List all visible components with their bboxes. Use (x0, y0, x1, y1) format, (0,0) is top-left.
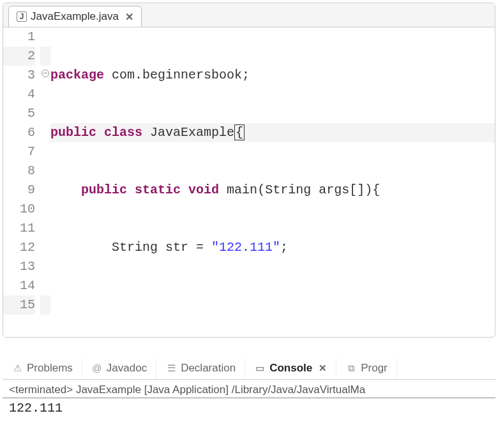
console-icon: ▭ (254, 362, 266, 374)
editor-pane: J JavaExample.java ✕ 1 2 3 4 5 6 7 8 9 1… (3, 3, 495, 338)
line-number: 4 (3, 85, 35, 104)
line-number: 13 (3, 257, 35, 276)
line-number: 5 (3, 104, 35, 123)
javadoc-icon: @ (91, 362, 103, 374)
line-number-gutter: 1 2 3 4 5 6 7 8 9 10 11 12 13 14 15 (3, 27, 40, 338)
tab-problems[interactable]: ⚠ Problems (3, 358, 82, 378)
console-status: <terminated> JavaExample [Java Applicati… (3, 380, 495, 398)
tab-filename: JavaExample.java (31, 10, 119, 23)
line-number: 10 (3, 200, 35, 219)
code-content[interactable]: package com.beginnersbook; public class … (50, 27, 495, 338)
code-line (50, 295, 495, 315)
line-number: 15 (3, 295, 35, 315)
console-output[interactable]: 122.111 (3, 398, 495, 418)
editor-tab-bar: J JavaExample.java ✕ (3, 3, 495, 27)
tab-declaration[interactable]: ☰ Declaration (156, 358, 245, 378)
line-number: 1 (3, 27, 35, 47)
tab-javadoc[interactable]: @ Javadoc (82, 358, 156, 378)
java-file-icon: J (17, 11, 27, 22)
code-line: package com.beginnersbook; (50, 66, 495, 85)
code-line: public static void main(String args[]){ (50, 181, 495, 200)
editor-tab[interactable]: J JavaExample.java ✕ (8, 6, 142, 27)
line-number: 3 (3, 66, 35, 85)
code-line: public class JavaExample{ (50, 123, 495, 142)
line-number: 12 (3, 238, 35, 257)
problems-icon: ⚠ (11, 362, 23, 374)
code-area[interactable]: 1 2 3 4 5 6 7 8 9 10 11 12 13 14 15 (3, 27, 495, 338)
line-number: 11 (3, 219, 35, 238)
bottom-tab-bar: ⚠ Problems @ Javadoc ☰ Declaration ▭ Con… (3, 357, 495, 380)
bottom-pane: ⚠ Problems @ Javadoc ☰ Declaration ▭ Con… (3, 357, 495, 418)
line-number: 9 (3, 181, 35, 200)
tab-console[interactable]: ▭ Console ✕ (245, 358, 336, 378)
fold-toggle-icon[interactable] (42, 70, 49, 77)
tab-progress[interactable]: ⧉ Progr (336, 358, 397, 378)
declaration-icon: ☰ (165, 362, 177, 374)
close-icon[interactable]: ✕ (319, 362, 327, 374)
line-number: 6 (3, 123, 35, 142)
progress-icon: ⧉ (345, 362, 357, 374)
fold-gutter (40, 27, 50, 338)
line-number: 2 (3, 47, 35, 66)
line-number: 8 (3, 161, 35, 181)
close-icon[interactable]: ✕ (125, 11, 133, 23)
code-line: String str = "122.111"; (50, 238, 495, 257)
line-number: 7 (3, 142, 35, 161)
line-number: 14 (3, 276, 35, 295)
